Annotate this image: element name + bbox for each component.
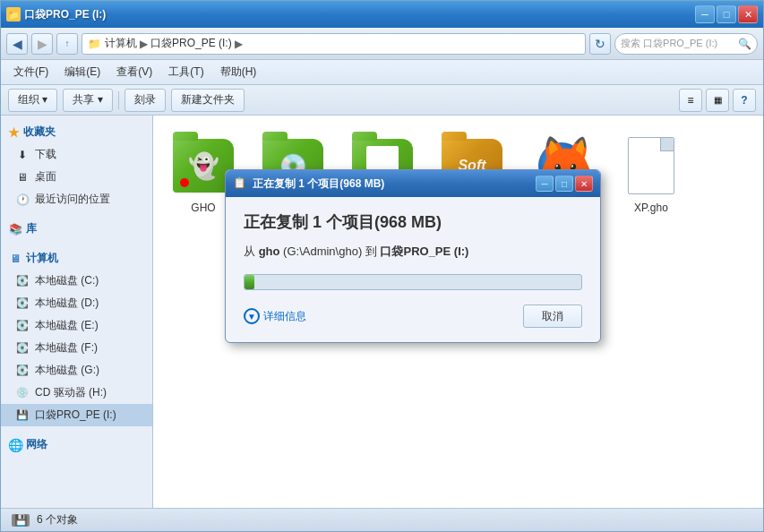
share-button[interactable]: 共享 ▾ [63, 89, 112, 112]
sidebar-item-recent[interactable]: 🕐 最近访问的位置 [1, 188, 152, 210]
details-label: 详细信息 [263, 309, 306, 324]
gho-label: GHO [191, 202, 215, 214]
sidebar-item-diskc[interactable]: 💽 本地磁盘 (C:) [1, 270, 152, 292]
dialog-title: 正在复制 1 个项目(968 MB) [253, 176, 530, 192]
xpgho-file-icon [628, 137, 674, 194]
recent-label: 最近访问的位置 [35, 192, 110, 207]
statusbar: 💾 6 个对象 [1, 508, 763, 531]
minimize-button[interactable]: ─ [695, 5, 715, 23]
favorites-label: 收藏夹 [23, 124, 56, 140]
diski-label: 口袋PRO_PE (I:) [35, 408, 116, 423]
new-folder-button[interactable]: 新建文件夹 [171, 89, 245, 112]
xpgho-label: XP.gho [634, 202, 668, 214]
dialog-icon: 📋 [233, 176, 247, 191]
diskc-label: 本地磁盘 (C:) [35, 273, 99, 288]
copy-dialog[interactable]: 📋 正在复制 1 个项目(968 MB) ─ □ ✕ 正在复制 1 个项目(96… [225, 169, 601, 343]
diskd-icon: 💽 [15, 296, 30, 311]
up-button[interactable]: ↑ [56, 33, 78, 55]
help-button[interactable]: ? [733, 89, 756, 112]
library-icon: 📚 [8, 222, 22, 236]
menubar: 文件(F) 编辑(E) 查看(V) 工具(T) 帮助(H) [1, 60, 763, 85]
view-toggle-button[interactable]: ≡ [679, 89, 702, 112]
titlebar-title: 口袋PRO_PE (I:) [24, 7, 691, 22]
network-section: 🌐 网络 [1, 433, 152, 456]
cancel-button[interactable]: 取消 [523, 305, 582, 328]
breadcrumb-sep1: ▶ [140, 38, 148, 50]
toolbar-separator [118, 91, 119, 109]
breadcrumb-separator: 📁 [88, 38, 101, 50]
sidebar-item-diskf[interactable]: 💽 本地磁盘 (F:) [1, 337, 152, 359]
search-bar[interactable]: 搜索 口袋PRO_PE (I:) 🔍 [614, 33, 758, 55]
refresh-button[interactable]: ↻ [589, 33, 611, 55]
diske-icon: 💽 [15, 319, 30, 333]
sidebar-item-diski[interactable]: 💾 口袋PRO_PE (I:) [1, 404, 152, 426]
diski-icon: 💾 [15, 408, 30, 423]
library-header[interactable]: 📚 库 [1, 218, 152, 240]
toolbar-right: ≡ ▦ ? [679, 89, 756, 112]
dialog-desc: 从 gho (G:\Admin\gho) 到 口袋PRO_PE (I:) [244, 244, 582, 260]
desc-to: 到 [362, 245, 380, 258]
details-button[interactable]: ▼ 详细信息 [244, 308, 306, 324]
file-item-xpgho[interactable]: XP.gho [615, 130, 687, 220]
diskg-icon: 💽 [15, 364, 30, 378]
ghost-face-icon: 👻 [188, 151, 219, 181]
forward-button[interactable]: ▶ [31, 33, 53, 55]
explorer-window: 📁 口袋PRO_PE (I:) ─ □ ✕ ◀ ▶ ↑ 📁 计算机 ▶ 口袋PR… [0, 0, 764, 532]
network-label: 网络 [26, 437, 47, 452]
desc-source: gho [259, 245, 280, 258]
desc-source-path: (G:\Admin\gho) [283, 245, 362, 258]
back-button[interactable]: ◀ [6, 33, 28, 55]
menu-help[interactable]: 帮助(H) [213, 62, 264, 82]
computer-header[interactable]: 🖥 计算机 [1, 247, 152, 270]
favorites-header[interactable]: ★ 收藏夹 [1, 121, 152, 143]
diskh-label: CD 驱动器 (H:) [35, 385, 107, 400]
dialog-body: 正在复制 1 个项目(968 MB) 从 gho (G:\Admin\gho) … [226, 197, 600, 342]
organize-button[interactable]: 组织 ▾ [8, 89, 57, 112]
dialog-maximize-button[interactable]: □ [555, 176, 573, 192]
menu-file[interactable]: 文件(F) [6, 62, 56, 82]
dialog-footer: ▼ 详细信息 取消 [244, 305, 582, 328]
sidebar-item-diske[interactable]: 💽 本地磁盘 (E:) [1, 314, 152, 337]
dialog-close-button[interactable]: ✕ [575, 176, 593, 192]
desc-dest: 口袋PRO_PE (I:) [380, 245, 468, 258]
status-count: 6 个对象 [37, 512, 78, 528]
burn-button[interactable]: 刻录 [124, 89, 166, 112]
titlebar-icon: 📁 [6, 7, 21, 21]
titlebar: 📁 口袋PRO_PE (I:) ─ □ ✕ [1, 1, 763, 28]
breadcrumb[interactable]: 📁 计算机 ▶ 口袋PRO_PE (I:) ▶ [82, 33, 586, 55]
details-circle-icon: ▼ [244, 308, 260, 324]
computer-section: 🖥 计算机 💽 本地磁盘 (C:) 💽 本地磁盘 (D:) 💽 本地磁盘 (E:… [1, 247, 152, 426]
recent-icon: 🕐 [15, 193, 30, 207]
sidebar-item-diskg[interactable]: 💽 本地磁盘 (G:) [1, 359, 152, 382]
library-label: 库 [26, 221, 37, 236]
menu-tools[interactable]: 工具(T) [161, 62, 210, 82]
network-header[interactable]: 🌐 网络 [1, 433, 152, 456]
sidebar-item-download[interactable]: ⬇ 下载 [1, 143, 152, 166]
diskd-label: 本地磁盘 (D:) [35, 296, 99, 311]
desc-prefix: 从 [244, 245, 259, 258]
dialog-minimize-button[interactable]: ─ [536, 176, 554, 192]
preview-button[interactable]: ▦ [706, 89, 729, 112]
computer-icon: 🖥 [8, 252, 22, 266]
dialog-titlebar: 📋 正在复制 1 个项目(968 MB) ─ □ ✕ [226, 170, 600, 197]
sidebar-item-desktop[interactable]: 🖥 桌面 [1, 166, 152, 188]
search-icon[interactable]: 🔍 [738, 38, 751, 50]
sidebar-item-diskh[interactable]: 💿 CD 驱动器 (H:) [1, 382, 152, 404]
main-area: ★ 收藏夹 ⬇ 下载 🖥 桌面 🕐 最近访问的位置 📚 [1, 116, 763, 508]
star-icon: ★ [8, 125, 20, 140]
toolbar: 组织 ▾ 共享 ▾ 刻录 新建文件夹 ≡ ▦ ? [1, 85, 763, 116]
close-button[interactable]: ✕ [738, 5, 758, 23]
sidebar-item-diskd[interactable]: 💽 本地磁盘 (D:) [1, 292, 152, 314]
diske-label: 本地磁盘 (E:) [35, 318, 99, 333]
titlebar-buttons: ─ □ ✕ [695, 5, 758, 23]
menu-view[interactable]: 查看(V) [109, 62, 159, 82]
diskf-icon: 💽 [15, 341, 30, 356]
progress-bar-fill [245, 275, 254, 289]
menu-edit[interactable]: 编辑(E) [57, 62, 107, 82]
statusbar-disk-icon: 💾 [12, 514, 30, 527]
maximize-button[interactable]: □ [717, 5, 736, 23]
red-dot [180, 178, 189, 187]
breadcrumb-computer[interactable]: 计算机 [105, 36, 137, 51]
network-icon: 🌐 [8, 438, 22, 452]
breadcrumb-drive[interactable]: 口袋PRO_PE (I:) [150, 36, 232, 51]
